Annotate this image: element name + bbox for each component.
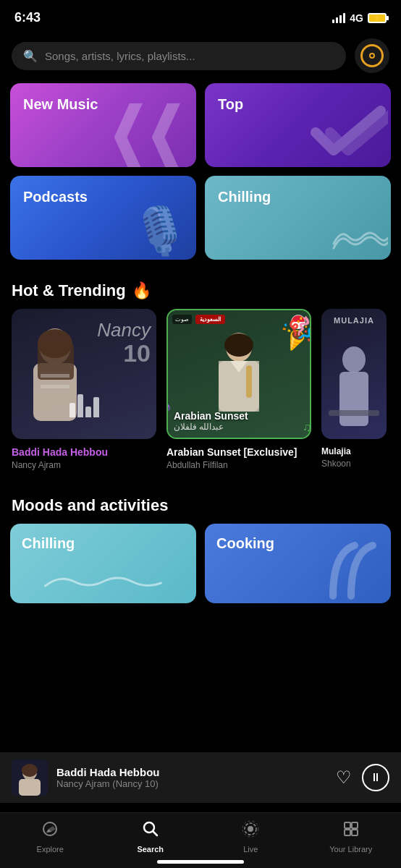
app-logo-dot <box>369 53 375 59</box>
nav-library[interactable]: Your Library <box>322 820 380 854</box>
svg-point-15 <box>22 764 38 777</box>
svg-line-20 <box>153 832 157 836</box>
search-placeholder[interactable]: Songs, artists, lyrics, playlists... <box>45 50 195 62</box>
svg-point-10 <box>342 346 366 373</box>
moods-title: Moods and activities <box>12 496 168 515</box>
heart-button[interactable]: ♡ <box>336 767 352 788</box>
now-playing-bar[interactable]: Baddi Hada Hebbou Nancy Ajram (Nancy 10)… <box>0 752 401 803</box>
now-playing-thumbnail <box>12 760 48 796</box>
mood-chilling[interactable]: Chilling <box>10 524 196 603</box>
svg-rect-16 <box>19 779 41 796</box>
home-indicator <box>157 860 244 864</box>
nav-live[interactable]: Live <box>221 820 279 854</box>
category-podcasts[interactable]: Podcasts 🎙️ <box>10 176 196 260</box>
chevron-decoration: ❮❮ <box>108 95 184 167</box>
signal-icon <box>332 13 345 23</box>
top-label: Top <box>218 96 243 113</box>
svg-rect-24 <box>345 822 350 828</box>
svg-rect-4 <box>41 374 69 378</box>
mood-cooking[interactable]: Cooking <box>205 524 391 603</box>
pause-button[interactable]: ⏸ <box>362 764 389 791</box>
nancy-artist: Nancy Ajram <box>12 460 156 470</box>
live-icon <box>242 820 259 842</box>
svg-rect-25 <box>352 822 358 828</box>
wave-decoration <box>330 224 381 245</box>
now-playing-info: Baddi Hada Hebbou Nancy Ajram (Nancy 10) <box>56 766 327 789</box>
nancy-silhouette <box>12 323 98 439</box>
live-label: Live <box>243 845 258 854</box>
library-label: Your Library <box>329 845 372 854</box>
app-logo-inner <box>360 44 384 67</box>
trending-section-header: Hot & Trending 🔥 <box>0 270 401 309</box>
status-time: 6:43 <box>14 10 41 25</box>
app-logo[interactable] <box>355 38 389 73</box>
category-top[interactable]: Top <box>205 83 391 167</box>
battery-bolt: ⚡ <box>373 14 381 22</box>
explore-label: Explore <box>37 845 64 854</box>
svg-rect-27 <box>352 830 358 835</box>
search-section: 🔍 Songs, artists, lyrics, playlists... <box>0 31 401 83</box>
category-chilling[interactable]: Chilling <box>205 176 391 260</box>
library-icon <box>342 820 360 842</box>
search-icon: 🔍 <box>23 49 38 63</box>
svg-rect-11 <box>339 372 368 426</box>
now-playing-artist: Nancy Ajram (Nancy 10) <box>56 778 327 789</box>
nancy-text: Nancy 10 <box>97 320 151 365</box>
svg-rect-5 <box>41 385 69 388</box>
new-music-label: New Music <box>23 96 98 113</box>
podcasts-label: Podcasts <box>23 189 88 205</box>
moods-grid: Chilling Cooking <box>0 524 401 618</box>
nancy-title: Baddi Hada Hebbou <box>12 446 156 458</box>
moods-section-header: Moods and activities <box>0 485 401 524</box>
trending-emoji: 🔥 <box>132 281 151 300</box>
svg-rect-9 <box>246 365 252 398</box>
nav-search[interactable]: Search <box>122 820 180 854</box>
battery-icon: ⚡ <box>368 13 387 23</box>
cooking-mood-label: Cooking <box>216 535 274 552</box>
bottom-nav: Explore Search Live <box>0 812 401 868</box>
search-nav-label: Search <box>137 845 164 854</box>
search-bar[interactable]: 🔍 Songs, artists, lyrics, playlists... <box>12 42 346 70</box>
svg-rect-12 <box>329 410 379 416</box>
mic-decoration: 🎙️ <box>131 204 189 258</box>
chilling-label: Chilling <box>218 189 271 205</box>
now-playing-title: Baddi Hada Hebbou <box>56 766 327 778</box>
trending-card-mulajia[interactable]: MULAJIA Mulajia Shkoon <box>321 309 387 470</box>
mulajia-card-image: MULAJIA <box>321 309 387 439</box>
trending-scroll[interactable]: Nancy 10 Baddi Hada Hebbou Nancy Ajram ص… <box>0 309 401 485</box>
category-new-music[interactable]: New Music ❮❮ <box>10 83 196 167</box>
trending-card-arabian[interactable]: صوت السعودية <box>166 309 311 470</box>
svg-point-8 <box>224 333 253 357</box>
trending-card-nancy[interactable]: Nancy 10 Baddi Hada Hebbou Nancy Ajram <box>12 309 156 470</box>
nancy-card-image: Nancy 10 <box>12 309 156 439</box>
explore-icon <box>41 820 59 842</box>
arabian-artist: Abdullah Filfilan <box>166 460 311 470</box>
svg-point-21 <box>248 826 253 832</box>
categories-grid: New Music ❮❮ Top Podcasts 🎙️ Chilling <box>0 83 401 270</box>
chilling-wave-deco <box>19 571 187 595</box>
status-bar: 6:43 4G ⚡ <box>0 0 401 31</box>
network-label: 4G <box>350 12 363 24</box>
arabian-card-overlay: Arabian Sunset عبدالله فلفلان <box>174 410 304 432</box>
svg-rect-26 <box>345 830 350 835</box>
now-playing-controls: ♡ ⏸ <box>336 764 389 791</box>
chilling-mood-label: Chilling <box>22 535 75 552</box>
check-decoration <box>308 103 388 164</box>
arabian-card-image: صوت السعودية <box>166 309 311 439</box>
nav-explore[interactable]: Explore <box>21 820 79 854</box>
mulajia-title: Mulajia <box>321 446 387 456</box>
bars-chart <box>69 394 99 417</box>
mulajia-person <box>321 309 387 439</box>
status-icons: 4G ⚡ <box>332 12 387 24</box>
arabian-title: Arabian Sunset [Exclusive] <box>166 446 311 458</box>
music-note-decoration: ♪ <box>166 399 172 416</box>
trending-title: Hot & Trending <box>12 281 126 300</box>
mulajia-artist: Shkoon <box>321 459 387 469</box>
search-nav-icon <box>142 820 159 842</box>
